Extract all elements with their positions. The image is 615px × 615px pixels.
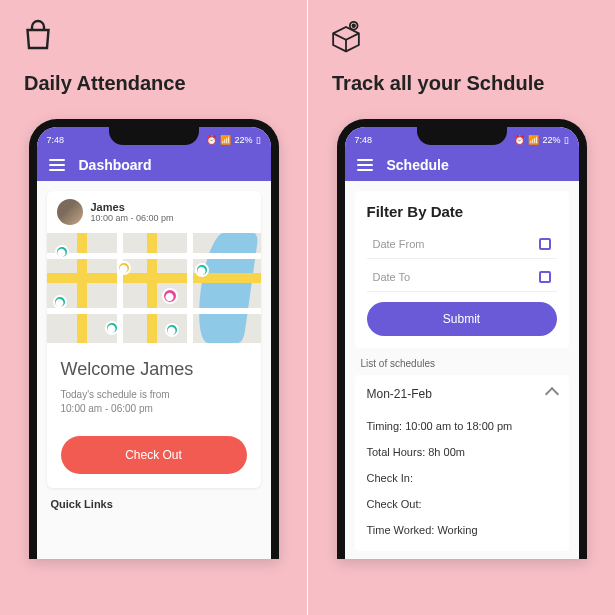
- map-pin-icon[interactable]: ⬤: [55, 245, 69, 259]
- date-to-placeholder: Date To: [373, 271, 411, 283]
- signal-icon: 📶: [220, 135, 231, 145]
- submit-button[interactable]: Submit: [367, 302, 557, 336]
- menu-icon[interactable]: [357, 159, 373, 171]
- chevron-up-icon: [544, 387, 558, 401]
- date-to-field[interactable]: Date To: [367, 263, 557, 292]
- right-panel: Track all your Schdule 7:48 ⏰ 📶 22% ▯ Sc…: [308, 0, 615, 615]
- svg-point-1: [352, 24, 355, 27]
- schedule-timing: Timing: 10:00 am to 18:00 pm: [367, 413, 557, 439]
- filter-card: Filter By Date Date From Date To Submit: [355, 191, 569, 348]
- quick-links-label: Quick Links: [51, 498, 257, 510]
- calendar-icon[interactable]: [539, 238, 551, 250]
- schedule-accordion: Mon-21-Feb Timing: 10:00 am to 18:00 pm …: [355, 375, 569, 551]
- schedule-time-worked: Time Worked: Working: [367, 517, 557, 543]
- map[interactable]: ⬤ ⬤ ⬤ ⬤ ⬤ ⬤ ⬤: [47, 233, 261, 343]
- schedule-check-in: Check In:: [367, 465, 557, 491]
- dashboard-card: James 10:00 am - 06:00 pm ⬤ ⬤ ⬤: [47, 191, 261, 488]
- feature-title-left: Daily Attendance: [24, 72, 297, 95]
- welcome-line1: Today's schedule is from: [61, 388, 247, 402]
- menu-icon[interactable]: [49, 159, 65, 171]
- avatar: [57, 199, 83, 225]
- user-time-range: 10:00 am - 06:00 pm: [91, 213, 174, 223]
- user-row: James 10:00 am - 06:00 pm: [47, 191, 261, 233]
- status-time: 7:48: [47, 135, 65, 145]
- phone-notch: [417, 127, 507, 145]
- user-name: James: [91, 201, 174, 213]
- date-from-placeholder: Date From: [373, 238, 425, 250]
- appbar-title: Dashboard: [79, 157, 152, 173]
- date-from-field[interactable]: Date From: [367, 230, 557, 259]
- dashboard-screen: James 10:00 am - 06:00 pm ⬤ ⬤ ⬤: [37, 181, 271, 559]
- map-pin-icon[interactable]: ⬤: [165, 323, 179, 337]
- phone-right: 7:48 ⏰ 📶 22% ▯ Schedule Filter By Date D…: [337, 119, 587, 559]
- status-time: 7:48: [355, 135, 373, 145]
- welcome-title: Welcome James: [61, 359, 247, 380]
- app-bar: Schedule: [345, 149, 579, 181]
- accordion-header[interactable]: Mon-21-Feb: [355, 375, 569, 413]
- schedule-screen: Filter By Date Date From Date To Submit …: [345, 181, 579, 559]
- appbar-title: Schedule: [387, 157, 449, 173]
- welcome-line2: 10:00 am - 06:00 pm: [61, 402, 247, 416]
- schedule-check-out: Check Out:: [367, 491, 557, 517]
- phone-left: 7:48 ⏰ 📶 22% ▯ Dashboard James 10:00 am …: [29, 119, 279, 559]
- checkout-button[interactable]: Check Out: [61, 436, 247, 474]
- map-pin-icon[interactable]: ⬤: [195, 263, 209, 277]
- map-pin-icon[interactable]: ⬤: [162, 288, 178, 304]
- feature-title-right: Track all your Schdule: [332, 72, 605, 95]
- battery-text: 22%: [234, 135, 252, 145]
- battery-text: 22%: [542, 135, 560, 145]
- map-pin-icon[interactable]: ⬤: [53, 295, 67, 309]
- app-bar: Dashboard: [37, 149, 271, 181]
- filter-title: Filter By Date: [367, 203, 557, 220]
- calendar-icon[interactable]: [539, 271, 551, 283]
- battery-icon: ▯: [256, 135, 261, 145]
- map-pin-icon[interactable]: ⬤: [105, 321, 119, 335]
- package-location-icon: [328, 18, 364, 54]
- signal-icon: 📶: [528, 135, 539, 145]
- alarm-icon: ⏰: [514, 135, 525, 145]
- phone-notch: [109, 127, 199, 145]
- map-pin-icon[interactable]: ⬤: [117, 261, 131, 275]
- accordion-body: Timing: 10:00 am to 18:00 pm Total Hours…: [355, 413, 569, 551]
- battery-icon: ▯: [564, 135, 569, 145]
- alarm-icon: ⏰: [206, 135, 217, 145]
- schedule-date: Mon-21-Feb: [367, 387, 432, 401]
- list-of-schedules-label: List of schedules: [361, 358, 563, 369]
- bag-icon: [20, 18, 56, 54]
- schedule-total-hours: Total Hours: 8h 00m: [367, 439, 557, 465]
- left-panel: Daily Attendance 7:48 ⏰ 📶 22% ▯ Dashboar…: [0, 0, 307, 615]
